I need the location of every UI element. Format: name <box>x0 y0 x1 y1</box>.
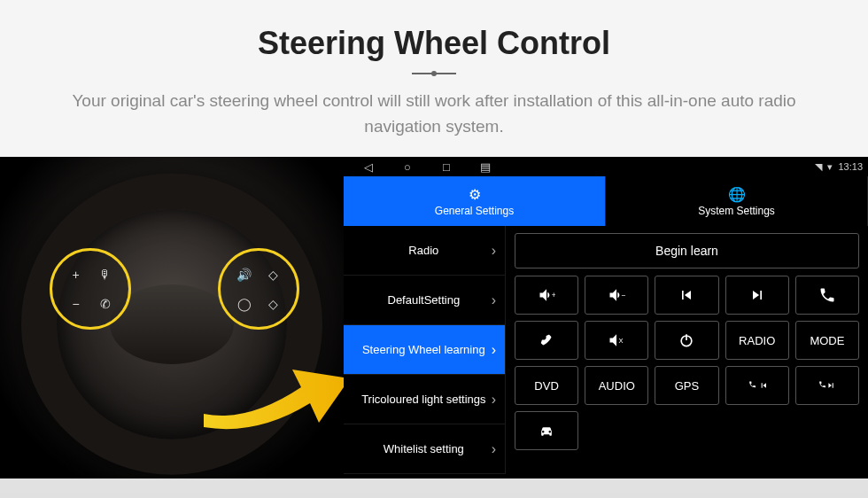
wheel-buttons-left-highlight: + 🎙 − ✆ <box>50 248 131 330</box>
android-screen: ◁ ○ □ ▤ ◥ ▾ 13:13 ⚙ General Settings 🌐 S… <box>344 157 868 479</box>
learning-panel: Begin learn + − <box>506 226 868 479</box>
call-prev-icon <box>748 377 766 394</box>
diamond-up-icon: ◇ <box>260 261 286 287</box>
begin-learn-button[interactable]: Begin learn <box>515 233 859 268</box>
home-icon[interactable]: ○ <box>388 160 427 174</box>
swc-vol-up-button[interactable]: + <box>515 276 578 315</box>
svg-text:−: − <box>622 291 625 300</box>
minus-icon: − <box>63 291 89 316</box>
swc-prev-button[interactable] <box>655 276 718 315</box>
swc-call-button[interactable] <box>795 276 859 315</box>
power-icon <box>678 331 695 349</box>
volume-up-icon: + <box>538 286 555 304</box>
plus-icon: + <box>63 261 89 287</box>
call-next-icon <box>818 377 836 394</box>
swc-next-button[interactable] <box>725 276 789 315</box>
chevron-right-icon: › <box>492 392 496 408</box>
swc-call-prev-button[interactable] <box>725 366 789 405</box>
skip-next-icon <box>748 286 766 304</box>
swc-hangup-button[interactable] <box>515 321 578 360</box>
menu-whitelist-setting[interactable]: Whitelist setting › <box>344 424 506 474</box>
tab-label: General Settings <box>435 205 514 217</box>
phone-icon <box>818 286 836 304</box>
phone-hangup-icon <box>538 331 555 349</box>
swc-radio-button[interactable]: RADIO <box>725 321 789 360</box>
swc-mute-button[interactable]: X <box>585 321 648 360</box>
phone-icon: ✆ <box>92 291 118 316</box>
chevron-right-icon: › <box>492 441 496 457</box>
swc-mode-button[interactable]: MODE <box>795 321 859 360</box>
menu-steering-wheel-learning[interactable]: Steering Wheel learning › <box>344 325 506 375</box>
sd-card-icon: ▤ <box>466 160 505 174</box>
globe-icon: 🌐 <box>728 186 746 203</box>
title-divider <box>412 73 456 74</box>
swc-call-next-button[interactable] <box>795 366 859 405</box>
content-row: + 🎙 − ✆ 🔊 ◇ ◯ ◇ ◁ ○ □ ▤ <box>0 157 868 479</box>
chevron-right-icon: › <box>492 292 496 308</box>
speaker-icon: 🔊 <box>231 261 257 287</box>
voice-icon: 🎙 <box>92 261 118 287</box>
diamond-down-icon: ◇ <box>260 291 286 316</box>
swc-dvd-button[interactable]: DVD <box>515 366 578 405</box>
steering-wheel-photo: + 🎙 − ✆ 🔊 ◇ ◯ ◇ <box>0 157 344 479</box>
swc-audio-button[interactable]: AUDIO <box>585 366 648 405</box>
car-icon <box>538 422 555 440</box>
menu-default-setting[interactable]: DefaultSetting › <box>344 276 506 325</box>
volume-down-icon: − <box>608 286 625 304</box>
chevron-right-icon: › <box>492 342 496 358</box>
page-title: Steering Wheel Control <box>35 25 833 62</box>
skip-prev-icon <box>678 286 695 304</box>
mute-icon: X <box>608 331 625 349</box>
swc-gps-button[interactable]: GPS <box>655 366 718 405</box>
swc-vol-down-button[interactable]: − <box>585 276 648 315</box>
swc-button-grid: + − <box>515 276 859 450</box>
settings-tabs: ⚙ General Settings 🌐 System Settings <box>344 176 868 226</box>
menu-tricoloured-light[interactable]: Tricoloured light settings › <box>344 375 506 424</box>
gps-status-icon: ◥ <box>815 161 822 173</box>
tab-system-settings[interactable]: 🌐 System Settings <box>606 176 868 226</box>
gear-icon: ⚙ <box>469 186 481 203</box>
recent-icon[interactable]: □ <box>427 160 466 174</box>
page-subtitle: Your original car's steering wheel contr… <box>44 89 824 139</box>
status-bar: ◁ ○ □ ▤ ◥ ▾ 13:13 <box>344 157 868 176</box>
tab-label: System Settings <box>698 205 775 217</box>
settings-panel: Radio › DefaultSetting › Steering Wheel … <box>344 226 868 479</box>
svg-text:X: X <box>619 337 624 345</box>
back-icon[interactable]: ◁ <box>349 160 388 174</box>
wifi-status-icon: ▾ <box>827 161 833 173</box>
chevron-right-icon: › <box>492 243 496 259</box>
menu-radio[interactable]: Radio › <box>344 226 506 276</box>
side-menu: Radio › DefaultSetting › Steering Wheel … <box>344 226 506 479</box>
swc-power-button[interactable] <box>655 321 718 360</box>
cycle-icon: ◯ <box>231 291 257 316</box>
tab-general-settings[interactable]: ⚙ General Settings <box>344 176 606 226</box>
svg-text:+: + <box>552 291 555 300</box>
swc-car-button[interactable] <box>515 411 578 450</box>
clock: 13:13 <box>838 161 863 172</box>
wheel-buttons-right-highlight: 🔊 ◇ ◯ ◇ <box>218 248 299 330</box>
page-header: Steering Wheel Control Your original car… <box>0 0 868 157</box>
